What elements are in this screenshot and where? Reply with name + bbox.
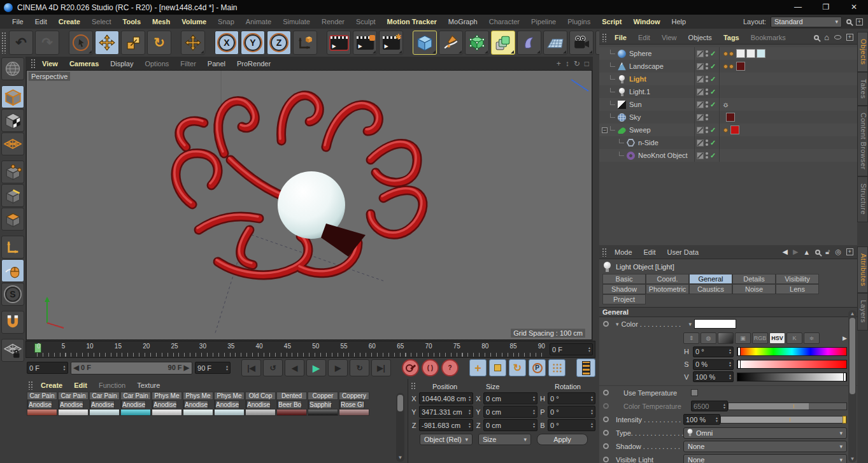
object-name[interactable]: Sweep xyxy=(629,126,651,134)
visible-light-dropdown[interactable]: None▾ xyxy=(683,454,847,463)
anim-dot[interactable] xyxy=(603,457,609,462)
material-item[interactable]: Anodise xyxy=(214,401,245,408)
attribute-tab[interactable]: Noise xyxy=(732,284,776,294)
scroll-up-icon[interactable]: ▲ xyxy=(848,311,857,317)
menu-item[interactable]: Select xyxy=(86,18,117,25)
material-scrollbar-thumb[interactable] xyxy=(397,395,403,411)
attribute-tab[interactable]: General xyxy=(689,274,732,284)
object-row[interactable]: Landscape ✓ xyxy=(599,60,857,73)
material-item[interactable]: Beer Bo xyxy=(276,401,307,408)
expand-toggle[interactable]: − xyxy=(602,127,608,133)
attribute-tab[interactable]: Caustics xyxy=(689,284,732,294)
use-temperature-checkbox[interactable] xyxy=(691,389,698,396)
material-preview-sphere[interactable] xyxy=(339,400,340,409)
object-name[interactable]: n-Side xyxy=(638,139,658,146)
material-preview-sphere[interactable] xyxy=(89,400,90,409)
attribute-tab[interactable]: Photometric xyxy=(646,284,689,294)
attribute-tab[interactable]: Coord. xyxy=(646,274,689,284)
viewport-nav-icon[interactable]: ↻ xyxy=(574,59,580,68)
visibility-dots[interactable] xyxy=(706,127,708,133)
undo-button[interactable]: ↶ xyxy=(9,31,33,55)
size-z-field[interactable]: 0 cm▴▾ xyxy=(483,419,537,431)
enabled-check[interactable]: ✓ xyxy=(710,139,717,147)
scroll-down-icon[interactable]: ▼ xyxy=(848,456,857,462)
visibility-dots[interactable] xyxy=(706,50,708,57)
spline-pen-button[interactable] xyxy=(439,31,463,55)
enabled-check[interactable]: ✓ xyxy=(710,62,717,71)
light-type-dropdown[interactable]: Omni▾ xyxy=(683,427,847,439)
material-preview-sphere[interactable] xyxy=(58,400,59,409)
object-manager-menu-item[interactable]: Edit xyxy=(632,34,656,41)
material-name-chip[interactable]: Phys Me xyxy=(152,392,182,400)
material-name-chip[interactable]: Old Cop xyxy=(245,392,276,400)
color-temperature-slider[interactable] xyxy=(728,402,847,410)
material-thumbnail-partial[interactable] xyxy=(27,409,57,416)
position-z-field[interactable]: -981.683 cm▴▾ xyxy=(419,419,473,431)
saturation-slider[interactable] xyxy=(737,360,847,369)
menu-item[interactable]: Simulate xyxy=(277,18,316,25)
y-axis-lock-button[interactable]: Y xyxy=(241,31,265,55)
material-preview-sphere[interactable] xyxy=(152,400,153,409)
hsv-mode-button[interactable]: HSV xyxy=(769,332,785,344)
menu-item[interactable]: Character xyxy=(483,18,525,25)
menu-item[interactable]: Sculpt xyxy=(350,18,381,25)
menu-item[interactable]: Tools xyxy=(117,18,147,25)
key-rotation-toggle[interactable]: ↻ xyxy=(509,359,526,376)
object-name[interactable]: Light xyxy=(629,75,646,83)
transport-button[interactable]: ▶ xyxy=(328,359,348,376)
attribute-grip[interactable] xyxy=(602,248,608,257)
material-name-chip[interactable]: Beer Bo xyxy=(278,401,302,409)
add-panel-icon[interactable]: + xyxy=(856,18,863,25)
material-name-chip[interactable]: Rose Gl xyxy=(340,401,364,409)
layer-toggle[interactable] xyxy=(697,50,704,57)
object-name[interactable]: Sun xyxy=(629,101,642,108)
close-button[interactable]: ✕ xyxy=(840,0,868,15)
record-button[interactable] xyxy=(402,359,419,376)
maximize-button[interactable]: ❐ xyxy=(812,0,840,15)
material-thumbnail-partial[interactable] xyxy=(214,409,245,416)
position-x-field[interactable]: 10440.408 cm▴▾ xyxy=(419,392,473,404)
key-pla-toggle[interactable] xyxy=(548,359,566,376)
material-preview-sphere[interactable] xyxy=(214,400,215,409)
menu-item[interactable]: Edit xyxy=(29,18,53,25)
material-name-chip[interactable]: Sapphir xyxy=(309,401,332,409)
rgb-mode-button[interactable]: RGB xyxy=(752,332,768,344)
compact-mode-icon[interactable]: ⇕ xyxy=(683,332,699,344)
material-grip[interactable] xyxy=(28,381,34,390)
material-name-chip[interactable]: Anodise xyxy=(59,401,83,409)
visibility-dots[interactable] xyxy=(706,63,708,69)
object-name[interactable]: Landscape xyxy=(629,62,664,70)
material-menu-item[interactable]: Function xyxy=(93,381,131,389)
size-y-field[interactable]: 0 cm▴▾ xyxy=(483,406,537,418)
attribute-tab[interactable]: Lens xyxy=(776,284,819,294)
picture-icon[interactable]: ▣ xyxy=(735,332,751,344)
object-name[interactable]: Light.1 xyxy=(629,88,650,96)
layout-select[interactable]: Standard▾ xyxy=(771,17,842,27)
material-preview-sphere[interactable] xyxy=(245,400,246,409)
attribute-tab[interactable]: Basic xyxy=(602,274,646,284)
render-view-button[interactable] xyxy=(327,31,351,55)
layer-toggle[interactable] xyxy=(697,101,704,108)
polygon-mode-button[interactable] xyxy=(1,208,24,231)
enabled-check[interactable]: ✓ xyxy=(710,50,717,58)
coord-mode-dropdown[interactable]: Object (Rel)▾ xyxy=(420,434,473,445)
viewport-canvas[interactable]: Perspective Grid Spacing : 100 cm xyxy=(26,70,592,340)
viewport-menu-item[interactable]: Display xyxy=(104,60,139,68)
deformer-button[interactable] xyxy=(517,31,541,55)
object-manager-menu-item[interactable]: File xyxy=(609,34,632,41)
material-name-chip[interactable]: Car Pain xyxy=(27,392,57,400)
material-thumbnail-partial[interactable] xyxy=(152,409,182,416)
dock-tab[interactable]: Attributes xyxy=(857,246,868,293)
section-header[interactable]: General xyxy=(599,307,857,317)
viewport-menu-item[interactable]: Panel xyxy=(202,60,231,68)
material-name-chip[interactable]: Coppery xyxy=(339,392,369,400)
scroll-down-icon[interactable]: ▼ xyxy=(396,455,404,460)
object-manager-menu-item[interactable]: Tags xyxy=(718,34,745,41)
model-mode-button[interactable] xyxy=(1,85,24,108)
preview-range-slider[interactable]: ◀ 0 F 90 F ▶ xyxy=(71,362,193,374)
record-button[interactable]: ? xyxy=(441,359,459,376)
make-editable-button[interactable] xyxy=(1,57,24,80)
move-tool-button[interactable] xyxy=(95,31,119,55)
viewport-view-label[interactable]: Perspective xyxy=(29,72,70,81)
material-scrollbar[interactable]: ▼ xyxy=(396,393,404,462)
